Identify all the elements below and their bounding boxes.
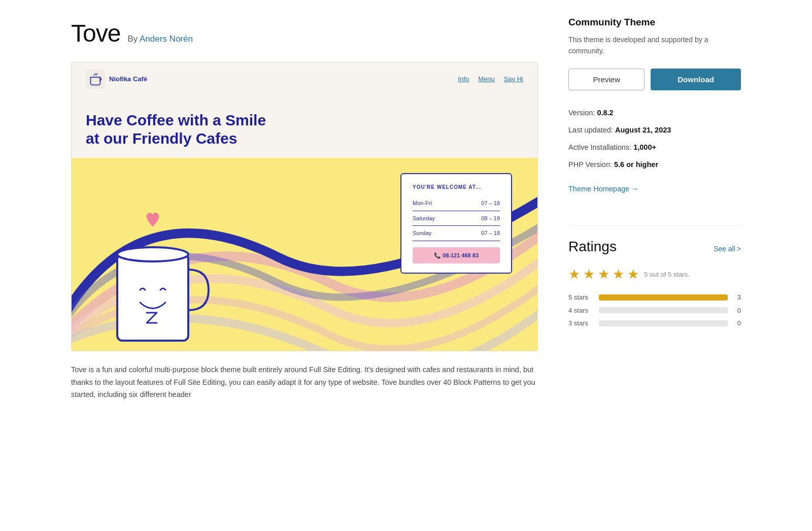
bar-track-4 (599, 307, 728, 313)
theme-topbar: Niofika Café Info Menu Say Hi (72, 62, 537, 96)
theme-homepage-link[interactable]: Theme Homepage → (568, 184, 639, 195)
download-button[interactable]: Download (651, 69, 741, 90)
theme-screenshot: Niofika Café Info Menu Say Hi Have Coffe… (72, 62, 537, 351)
ratings-section: Ratings See all > ★ ★ ★ ★ ★ 5 out of 5 s… (568, 236, 741, 328)
right-column: Community Theme This theme is developed … (568, 15, 741, 328)
coffee-mug-illustration (87, 188, 229, 351)
meta-table: Version: 0.8.2 Last updated: August 21, … (568, 105, 741, 173)
svg-rect-0 (86, 70, 105, 89)
info-card: YOU'RE WELCOME AT... Mon-Fri 07 – 18 Sat… (400, 173, 512, 274)
author-link[interactable]: Anders Norén (140, 34, 193, 44)
updated-value: August 21, 2023 (615, 126, 671, 134)
ratings-header: Ratings See all > (568, 236, 741, 257)
theme-author: By Anders Norén (127, 32, 193, 46)
theme-yellow-section: YOU'RE WELCOME AT... Mon-Fri 07 – 18 Sat… (72, 158, 537, 351)
logo-text: Niofika Café (109, 74, 147, 84)
page-wrapper: Tove By Anders Norén (51, 0, 761, 416)
ratings-title: Ratings (568, 236, 617, 257)
logo-icon (86, 70, 105, 89)
star-1: ★ (568, 264, 580, 284)
rating-bar-3stars: 3 stars 0 (568, 318, 741, 328)
version-value: 0.8.2 (597, 109, 613, 117)
theme-nav: Info Menu Say Hi (458, 74, 523, 84)
star-4: ★ (613, 264, 624, 284)
nav-menu[interactable]: Menu (478, 74, 495, 84)
svg-rect-1 (117, 254, 188, 341)
theme-description: Tove is a fun and colorful multi-purpose… (71, 363, 538, 401)
rating-bars: 5 stars 3 4 stars 0 3 stars (568, 292, 741, 328)
theme-logo: Niofika Café (86, 70, 147, 89)
info-card-title: YOU'RE WELCOME AT... (413, 183, 500, 191)
rating-bar-5stars: 5 stars 3 (568, 292, 741, 303)
preview-button[interactable]: Preview (568, 69, 645, 90)
info-card-phone: 📞 08-121 468 83 (413, 247, 500, 264)
php-value: 5.6 or higher (614, 160, 658, 169)
hero-headline: Have Coffee with a Smile at our Friendly… (86, 111, 523, 148)
action-buttons: Preview Download (568, 69, 741, 90)
meta-installs: Active Installations: 1,000+ (568, 139, 741, 156)
theme-name: Tove (71, 15, 120, 52)
see-all-link[interactable]: See all > (714, 244, 741, 254)
star-2: ★ (583, 264, 595, 284)
meta-version: Version: 0.8.2 (568, 105, 741, 122)
star-5: ★ (627, 264, 639, 284)
left-column: Tove By Anders Norén (71, 15, 538, 401)
nav-sayhi[interactable]: Say Hi (504, 74, 523, 84)
see-all-arrow-icon: > (737, 244, 741, 254)
stars-label: 5 out of 5 stars. (644, 270, 690, 280)
meta-updated: Last updated: August 21, 2023 (568, 122, 741, 139)
star-3: ★ (598, 264, 610, 284)
bar-track-3 (599, 320, 728, 326)
section-divider (568, 225, 741, 226)
theme-title-row: Tove By Anders Norén (71, 15, 538, 52)
theme-preview-container: Niofika Café Info Menu Say Hi Have Coffe… (71, 62, 538, 351)
community-description: This theme is developed and supported by… (568, 34, 741, 57)
info-card-row-sunday: Sunday 07 – 18 (413, 226, 500, 241)
rating-bar-4stars: 4 stars 0 (568, 306, 741, 316)
info-card-row-monFri: Mon-Fri 07 – 18 (413, 196, 500, 211)
nav-info[interactable]: Info (458, 74, 469, 84)
bar-fill-5 (599, 294, 728, 301)
theme-hero-section: Have Coffee with a Smile at our Friendly… (72, 96, 537, 148)
stars-row: ★ ★ ★ ★ ★ 5 out of 5 stars. (568, 264, 741, 284)
svg-point-2 (117, 247, 188, 261)
meta-php: PHP Version: 5.6 or higher (568, 156, 741, 174)
bar-track-5 (599, 294, 728, 301)
installs-value: 1,000+ (633, 143, 656, 151)
info-card-row-saturday: Saturday 08 – 19 (413, 211, 500, 226)
community-title: Community Theme (568, 15, 741, 30)
